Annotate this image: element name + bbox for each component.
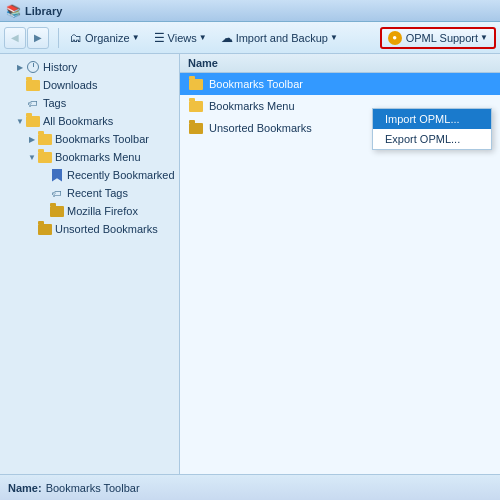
opml-support-button[interactable]: ● OPML Support ▼ [380,27,496,49]
mozilla-firefox-icon [50,204,64,218]
recent-tags-icon: 🏷 [50,186,64,200]
bookmarks-menu-icon [38,150,52,164]
history-toggle: ▶ [14,61,26,73]
opml-label: OPML Support [406,32,478,44]
organize-icon: 🗂 [70,31,82,45]
list-column-header: Name [180,54,500,73]
import-opml-item[interactable]: Import OPML... [373,109,491,129]
name-column-label: Name [188,57,218,69]
recently-bookmarked-toggle [38,169,50,181]
status-bar: Name: Bookmarks Toolbar [0,474,500,500]
sidebar-item-history[interactable]: ▶ History [0,58,179,76]
unsorted-bookmarks-label: Unsorted Bookmarks [55,223,158,235]
list-folder-toolbar-icon [188,76,204,92]
forward-button[interactable]: ▶ [27,27,49,49]
organize-label: Organize [85,32,130,44]
bookmarks-toolbar-icon [38,132,52,146]
list-folder-menu-icon [188,98,204,114]
list-item-bookmarks-toolbar[interactable]: Bookmarks Toolbar [180,73,500,95]
list-item-bookmarks-toolbar-label: Bookmarks Toolbar [209,78,303,90]
organize-button[interactable]: 🗂 Organize ▼ [64,27,146,49]
import-backup-icon: ☁ [221,31,233,45]
list-item-bookmarks-menu-label: Bookmarks Menu [209,100,295,112]
tags-icon: 🏷 [26,96,40,110]
unsorted-toggle [26,223,38,235]
sidebar-item-mozilla-firefox[interactable]: Mozilla Firefox [0,202,179,220]
all-bookmarks-label: All Bookmarks [43,115,113,127]
window-title: Library [25,5,62,17]
downloads-icon [26,78,40,92]
sidebar-item-bookmarks-toolbar[interactable]: ▶ Bookmarks Toolbar [0,130,179,148]
export-opml-item[interactable]: Export OPML... [373,129,491,149]
downloads-label: Downloads [43,79,97,91]
recent-tags-label: Recent Tags [67,187,128,199]
recently-bookmarked-label: Recently Bookmarked [67,169,175,181]
sidebar-item-unsorted-bookmarks[interactable]: Unsorted Bookmarks [0,220,179,238]
sidebar-item-recent-tags[interactable]: 🏷 Recent Tags [0,184,179,202]
bookmarks-menu-label: Bookmarks Menu [55,151,141,163]
sidebar-item-tags[interactable]: 🏷 Tags [0,94,179,112]
sidebar-tree: ▶ History Downloads 🏷 Tags ▼ Al [0,54,180,474]
sidebar-item-bookmarks-menu[interactable]: ▼ Bookmarks Menu [0,148,179,166]
bookmarks-toolbar-label: Bookmarks Toolbar [55,133,149,145]
tags-toggle [14,97,26,109]
list-item-unsorted-bookmarks-label: Unsorted Bookmarks [209,122,312,134]
history-icon [26,60,40,74]
mozilla-firefox-toggle [38,205,50,217]
sidebar-item-downloads[interactable]: Downloads [0,76,179,94]
toolbar: ◀ ▶ 🗂 Organize ▼ ☰ Views ▼ ☁ Import and … [0,22,500,54]
recent-tags-toggle [38,187,50,199]
unsorted-bookmarks-icon [38,222,52,236]
import-backup-label: Import and Backup [236,32,328,44]
all-bookmarks-icon [26,114,40,128]
opml-arrow: ▼ [480,33,488,42]
organize-arrow: ▼ [132,33,140,42]
downloads-toggle [14,79,26,91]
views-button[interactable]: ☰ Views ▼ [148,27,213,49]
window-icon: 📚 [6,4,20,18]
status-label: Name: [8,482,42,494]
tags-label: Tags [43,97,66,109]
all-bookmarks-toggle: ▼ [14,115,26,127]
views-label: Views [168,32,197,44]
recently-bookmarked-icon [50,168,64,182]
views-arrow: ▼ [199,33,207,42]
mozilla-firefox-label: Mozilla Firefox [67,205,138,217]
opml-dropdown-menu: Import OPML... Export OPML... [372,108,492,150]
views-icon: ☰ [154,31,165,45]
import-backup-button[interactable]: ☁ Import and Backup ▼ [215,27,344,49]
nav-buttons: ◀ ▶ [4,27,49,49]
title-bar: 📚 Library [0,0,500,22]
sidebar-item-all-bookmarks[interactable]: ▼ All Bookmarks [0,112,179,130]
back-button[interactable]: ◀ [4,27,26,49]
history-label: History [43,61,77,73]
list-folder-unsorted-icon [188,120,204,136]
bookmarks-menu-toggle: ▼ [26,151,38,163]
toolbar-separator-1 [58,28,59,48]
opml-icon: ● [388,31,402,45]
status-value: Bookmarks Toolbar [46,482,140,494]
bookmarks-toolbar-toggle: ▶ [26,133,38,145]
import-backup-arrow: ▼ [330,33,338,42]
sidebar-item-recently-bookmarked[interactable]: Recently Bookmarked [0,166,179,184]
